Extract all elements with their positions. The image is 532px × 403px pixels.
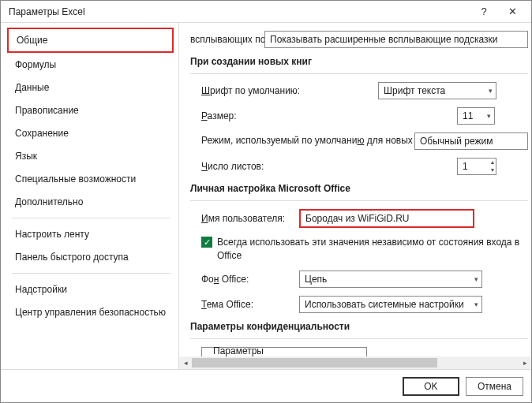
sidebar-item-advanced[interactable]: Дополнительно (7, 191, 174, 213)
chevron-down-icon: ▾ (487, 112, 491, 120)
sidebar: Общие Формулы Данные Правописание Сохран… (1, 23, 179, 369)
ok-button[interactable]: OK (403, 377, 459, 396)
sidebar-item-save[interactable]: Сохранение (7, 122, 174, 144)
chevron-down-icon: ▾ (489, 87, 493, 95)
spinner-icon[interactable]: ▴▾ (491, 159, 494, 174)
sidebar-item-general[interactable]: Общие (7, 28, 174, 53)
checkmark-icon: ✓ (201, 237, 212, 248)
font-value: Шрифт текста (384, 85, 445, 96)
sidebar-separator (12, 273, 170, 274)
chevron-down-icon: ▾ (474, 275, 478, 283)
content-panel: всплывающих подсказок: Показывать расшир… (179, 23, 531, 369)
cancel-button[interactable]: Отмена (466, 377, 523, 396)
theme-select[interactable]: Использовать системные настройки ▾ (299, 296, 482, 313)
section-privacy: Параметры конфиденциальности (190, 321, 528, 332)
always-use-label: Всегда использовать эти значения независ… (217, 236, 528, 263)
window-title: Параметры Excel (9, 6, 470, 17)
sheets-value: 1 (463, 161, 468, 172)
mode-select[interactable]: Обычный режим (414, 132, 528, 150)
theme-value: Использовать системные настройки (305, 299, 464, 310)
divider (190, 200, 528, 201)
sidebar-item-accessibility[interactable]: Специальные возможности (7, 168, 174, 190)
sidebar-item-data[interactable]: Данные (7, 76, 174, 99)
tooltips-label: всплывающих подсказок: (190, 34, 258, 45)
sidebar-item-proofing[interactable]: Правописание (7, 99, 174, 121)
bg-select[interactable]: Цепь ▾ (299, 271, 482, 288)
username-label: Имя пользователя: (201, 213, 293, 224)
scroll-left-icon[interactable]: ◂ (179, 356, 192, 369)
size-label: Размер: (201, 110, 451, 121)
scroll-thumb[interactable] (192, 358, 437, 368)
font-select[interactable]: Шрифт текста ▾ (378, 82, 496, 99)
sidebar-item-customize-ribbon[interactable]: Настроить ленту (7, 223, 174, 245)
sidebar-separator (12, 218, 170, 218)
dialog-footer: OK Отмена (1, 370, 531, 403)
titlebar: Параметры Excel ? ✕ (1, 1, 531, 23)
chevron-down-icon: ▾ (474, 300, 478, 308)
bg-value: Цепь (305, 274, 327, 285)
section-personal: Личная настройка Microsoft Office (190, 183, 528, 194)
size-select[interactable]: 11 ▾ (457, 107, 495, 125)
close-button[interactable]: ✕ (498, 2, 526, 22)
sidebar-item-language[interactable]: Язык (7, 145, 174, 167)
sheets-input[interactable]: 1 ▴▾ (457, 158, 496, 175)
mode-label: Режим, используемый по умолчанию для нов… (201, 135, 408, 147)
font-label: Шрифт по умолчанию: (201, 85, 372, 96)
sidebar-item-trust-center[interactable]: Центр управления безопасностью (7, 301, 174, 323)
username-input[interactable]: Бородач из WiFiGiD.RU (299, 209, 474, 228)
tooltips-value: Показывать расширенные всплывающие подск… (270, 34, 497, 45)
scroll-track[interactable] (192, 356, 519, 369)
theme-label: Тема Office: (201, 299, 293, 310)
section-newbooks: При создании новых книг (190, 56, 528, 67)
always-use-checkbox[interactable]: ✓ Всегда использовать эти значения незав… (201, 236, 528, 263)
divider (190, 338, 528, 339)
username-value: Бородач из WiFiGiD.RU (305, 213, 410, 224)
sidebar-item-addins[interactable]: Надстройки (7, 278, 174, 300)
sidebar-item-quick-access[interactable]: Панель быстрого доступа (7, 246, 174, 268)
tooltips-select[interactable]: Показывать расширенные всплывающие подск… (264, 31, 528, 48)
help-button[interactable]: ? (470, 2, 498, 22)
sidebar-item-formulas[interactable]: Формулы (7, 54, 174, 76)
size-value: 11 (463, 110, 473, 121)
dialog-body: Общие Формулы Данные Правописание Сохран… (1, 23, 531, 370)
divider (190, 73, 528, 74)
sheets-label: Число листов: (201, 161, 451, 172)
mode-value: Обычный режим (420, 136, 493, 147)
scroll-right-icon[interactable]: ▸ (519, 356, 531, 369)
bg-label: Фон Office: (201, 274, 293, 285)
horizontal-scrollbar[interactable]: ◂ ▸ (179, 356, 531, 369)
